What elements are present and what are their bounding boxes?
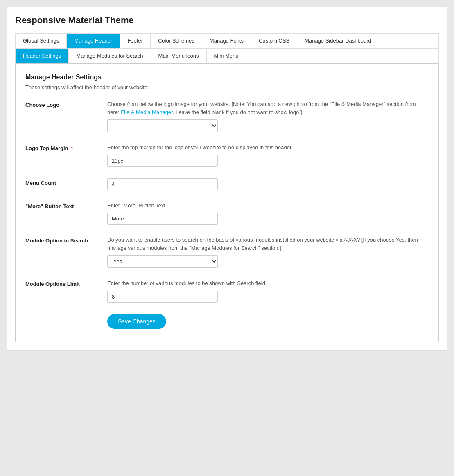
module-options-limit-description: Enter the number of various modules to b… xyxy=(107,279,429,287)
field-module-options-limit: Enter the number of various modules to b… xyxy=(107,279,429,303)
label-logo-top-margin: Logo Top Margin * xyxy=(25,144,107,151)
field-choose-logo: Choose from below the logo image for you… xyxy=(107,100,429,132)
content-panel: Manage Header Settings These settings wi… xyxy=(15,63,439,342)
tab-spacer xyxy=(246,49,438,63)
label-more-button-text: "More" Button Text xyxy=(25,202,107,209)
form-row-menu-count: Menu Count xyxy=(25,178,429,190)
field-more-button-text: Enter "More" Button Text xyxy=(107,202,429,225)
label-menu-count: Menu Count xyxy=(25,178,107,186)
more-button-text-input[interactable] xyxy=(107,213,218,225)
tab-footer[interactable]: Footer xyxy=(120,34,151,48)
choose-logo-select[interactable] xyxy=(107,119,218,132)
tab-main-menu-icons[interactable]: Main Menu Icons xyxy=(151,49,207,63)
module-option-search-description: Do you want to enable users to search on… xyxy=(107,236,429,252)
more-button-text-placeholder: Enter "More" Button Text xyxy=(107,202,429,210)
module-options-limit-input[interactable] xyxy=(107,291,218,303)
tab-global-settings[interactable]: Global Settings xyxy=(16,34,67,48)
tab-manage-sidebar-dashboard[interactable]: Manage Sidebar Dashboard xyxy=(297,34,379,48)
tab-manage-modules-search[interactable]: Manage Modules for Search xyxy=(69,49,151,63)
page-title: Responsive Material Theme xyxy=(15,15,439,26)
tab-manage-fonts[interactable]: Manage Fonts xyxy=(202,34,251,48)
form-row-module-option-search: Module Option in Search Do you want to e… xyxy=(25,236,429,268)
field-menu-count xyxy=(107,178,429,190)
logo-top-margin-description: Enter the top margin for the logo of you… xyxy=(107,144,429,152)
file-media-manager-link[interactable]: File & Media Manager xyxy=(121,109,172,115)
label-module-options-limit: Module Options Limit xyxy=(25,279,107,287)
tab-manage-header[interactable]: Manage Header xyxy=(67,34,120,48)
logo-top-margin-input[interactable] xyxy=(107,155,218,167)
tab-color-schemes[interactable]: Color Schemes xyxy=(151,34,202,48)
form-row-choose-logo: Choose Logo Choose from below the logo i… xyxy=(25,100,429,132)
panel-subtitle: These settings will affect the header of… xyxy=(25,84,429,90)
field-logo-top-margin: Enter the top margin for the logo of you… xyxy=(107,144,429,167)
tab-header-settings[interactable]: Header Settings xyxy=(16,49,69,63)
module-option-search-select[interactable]: Yes No xyxy=(107,255,218,268)
save-changes-button[interactable]: Save Changes xyxy=(107,314,166,329)
label-choose-logo: Choose Logo xyxy=(25,100,107,108)
tab-custom-css[interactable]: Custom CSS xyxy=(251,34,297,48)
choose-logo-description: Choose from below the logo image for you… xyxy=(107,100,429,116)
panel-title: Manage Header Settings xyxy=(25,74,429,81)
logo-top-margin-required: * xyxy=(71,145,73,151)
menu-count-input[interactable] xyxy=(107,178,218,190)
primary-tab-bar: Global Settings Manage Header Footer Col… xyxy=(15,33,439,48)
tab-mini-menu[interactable]: Mini Menu xyxy=(207,49,246,63)
form-row-module-options-limit: Module Options Limit Enter the number of… xyxy=(25,279,429,303)
field-module-option-search: Do you want to enable users to search on… xyxy=(107,236,429,268)
form-row-more-button-text: "More" Button Text Enter "More" Button T… xyxy=(25,202,429,225)
label-module-option-search: Module Option in Search xyxy=(25,236,107,244)
save-button-container: Save Changes xyxy=(107,314,429,329)
form-row-logo-top-margin: Logo Top Margin * Enter the top margin f… xyxy=(25,144,429,167)
page-wrapper: Responsive Material Theme Global Setting… xyxy=(7,7,447,351)
secondary-tab-bar: Header Settings Manage Modules for Searc… xyxy=(15,48,439,63)
choose-logo-desc-text2: . Leave the field blank if you do not wa… xyxy=(173,109,302,115)
